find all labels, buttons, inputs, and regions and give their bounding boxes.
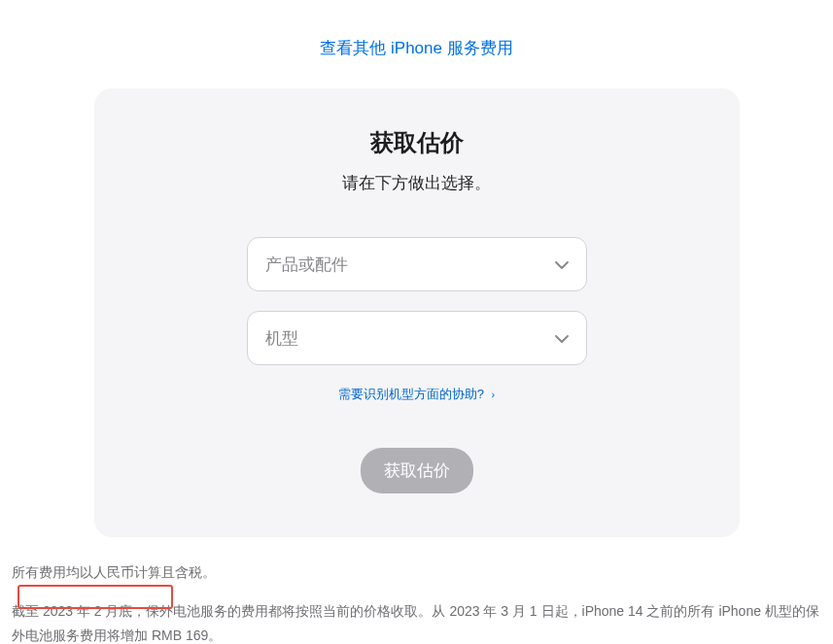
card-title: 获取估价 <box>143 127 691 158</box>
get-estimate-button[interactable]: 获取估价 <box>361 448 473 493</box>
select-placeholder-model: 机型 <box>265 327 555 350</box>
model-select[interactable]: 机型 <box>247 311 587 365</box>
footer-tax-note: 所有费用均以人民币计算且含税。 <box>12 564 821 582</box>
select-row-model: 机型 <box>143 311 691 365</box>
product-select[interactable]: 产品或配件 <box>247 237 587 291</box>
chevron-right-icon: › <box>492 389 496 400</box>
chevron-down-icon <box>555 256 569 272</box>
select-placeholder-product: 产品或配件 <box>265 254 555 276</box>
select-row-product: 产品或配件 <box>143 237 691 291</box>
help-link-row: 需要识别机型方面的协助? › <box>143 385 691 403</box>
footer-price-notice: 截至 2023 年 2 月底，保外电池服务的费用都将按照当前的价格收取。从 20… <box>12 599 821 644</box>
footer-text: 所有费用均以人民币计算且含税。 截至 2023 年 2 月底，保外电池服务的费用… <box>0 537 833 644</box>
other-services-link[interactable]: 查看其他 iPhone 服务费用 <box>320 39 512 57</box>
estimate-card: 获取估价 请在下方做出选择。 产品或配件 机型 需要识别机型方面的协助? › <box>94 88 740 537</box>
card-subtitle: 请在下方做出选择。 <box>143 172 691 194</box>
button-row: 获取估价 <box>143 448 691 493</box>
help-link-text: 需要识别机型方面的协助? <box>338 387 484 401</box>
top-link-row: 查看其他 iPhone 服务费用 <box>0 0 833 88</box>
chevron-down-icon <box>555 330 569 346</box>
identify-model-help-link[interactable]: 需要识别机型方面的协助? › <box>338 387 496 401</box>
